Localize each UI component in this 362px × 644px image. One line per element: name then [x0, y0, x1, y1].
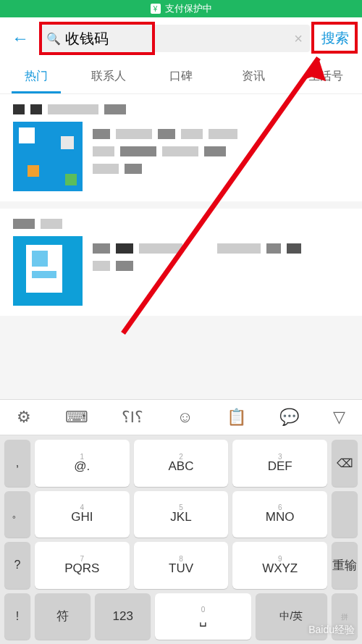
clear-icon[interactable]: × — [294, 30, 303, 47]
search-row: ← 🔍 × 搜索 — [0, 17, 362, 59]
result-thumb — [13, 236, 83, 306]
cursor-icon[interactable]: ⸮I⸮ — [122, 408, 143, 427]
result-item[interactable] — [0, 94, 362, 209]
key-retype[interactable]: 重输 — [332, 542, 358, 589]
result-thumb — [13, 122, 83, 191]
tabs: 热门 联系人 口碑 资讯 生活号 — [0, 59, 362, 94]
ime-toolbar: ⚙ ⌨ ⸮I⸮ ☺ 📋 💬 ▽ — [0, 399, 362, 435]
key-exclaim[interactable]: ! — [4, 593, 30, 640]
chevron-down-icon[interactable]: ▽ — [333, 408, 345, 427]
key-123[interactable]: 123 — [95, 593, 151, 640]
result-item[interactable] — [0, 209, 362, 323]
status-text: 支付保护中 — [165, 2, 212, 15]
gear-icon[interactable]: ⚙ — [17, 408, 31, 427]
tab-news[interactable]: 资讯 — [217, 59, 290, 93]
key-7[interactable]: 7PQRS — [35, 542, 130, 589]
key-spacer — [332, 491, 358, 538]
key-4[interactable]: 4GHI — [35, 491, 130, 538]
key-symbol[interactable]: 符 — [35, 593, 90, 640]
tab-hot[interactable]: 热门 — [0, 59, 72, 93]
key-2[interactable]: 2ABC — [134, 440, 229, 487]
key-period[interactable]: 。 — [4, 491, 30, 538]
comment-icon[interactable]: 💬 — [279, 408, 299, 427]
key-0-space[interactable]: 0␣ — [155, 593, 251, 640]
key-8[interactable]: 8TUV — [134, 542, 229, 589]
key-9[interactable]: 9WXYZ — [232, 542, 327, 589]
key-1[interactable]: 1@. — [35, 440, 130, 487]
search-input[interactable] — [65, 30, 294, 47]
back-button[interactable]: ← — [7, 28, 33, 49]
key-5[interactable]: 5JKL — [134, 491, 229, 538]
key-3[interactable]: 3DEF — [232, 440, 327, 487]
watermark: Baidu经验 — [308, 624, 355, 637]
clipboard-icon[interactable]: 📋 — [227, 408, 246, 427]
tab-life[interactable]: 生活号 — [290, 59, 362, 93]
tab-koubei[interactable]: 口碑 — [145, 59, 217, 93]
key-backspace[interactable]: ⌫ — [332, 440, 358, 487]
results-list — [0, 94, 362, 323]
search-box[interactable]: 🔍 × — [39, 25, 310, 52]
shield-icon: ¥ — [151, 4, 161, 14]
keyboard-icon[interactable]: ⌨ — [65, 408, 88, 427]
key-6[interactable]: 6MNO — [232, 491, 327, 538]
keyboard: , 1@. 2ABC 3DEF ⌫ 。 4GHI 5JKL 6MNO ? 7PQ… — [0, 435, 362, 644]
tab-contacts[interactable]: 联系人 — [72, 59, 145, 93]
search-button[interactable]: 搜索 — [316, 29, 355, 48]
search-icon: 🔍 — [46, 32, 61, 46]
smile-icon[interactable]: ☺ — [177, 408, 193, 427]
status-bar: ¥ 支付保护中 — [0, 0, 362, 17]
key-question[interactable]: ? — [4, 542, 30, 589]
key-comma[interactable]: , — [4, 440, 30, 487]
